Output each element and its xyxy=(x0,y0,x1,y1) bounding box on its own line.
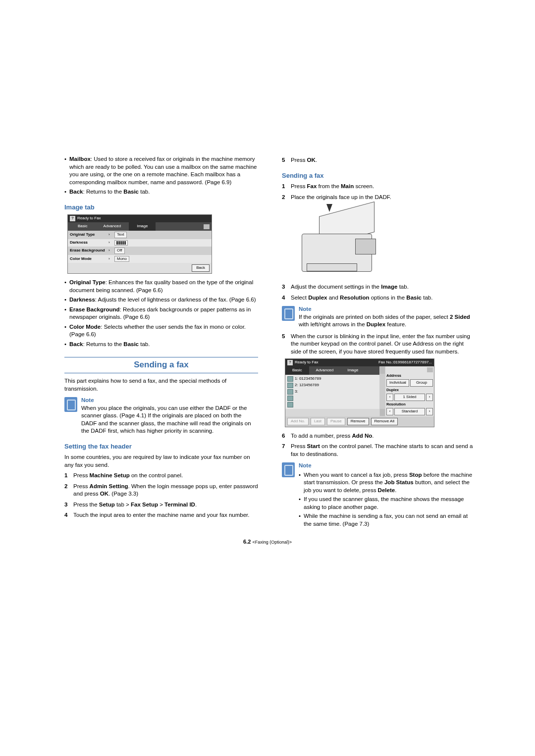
entry-icon xyxy=(287,376,293,382)
bullet-darkness: Darkness: Adjusts the level of lightness… xyxy=(64,296,258,304)
step-2: 2Press Admin Setting. When the login mes… xyxy=(64,483,258,498)
bullet-back: Back: Returns to the Basic tab. xyxy=(64,188,258,196)
entry-icon xyxy=(287,389,293,395)
printer-illustration xyxy=(292,204,381,278)
note-body: Note When you want to cancel a fax job, … xyxy=(299,462,476,529)
row-color-mode: Color Mode › Mono xyxy=(68,255,212,263)
note-title: Note xyxy=(299,462,476,470)
arrow-down-icon xyxy=(326,204,332,212)
help-icon[interactable]: ? xyxy=(287,360,293,365)
ui-footer: Back xyxy=(68,263,212,273)
text2: tab. xyxy=(139,189,150,195)
note-block-1: Note If the originals are printed on bot… xyxy=(282,305,476,329)
chevron-right-icon: › xyxy=(108,240,112,246)
tab-advanced[interactable]: Advanced xyxy=(309,366,341,375)
ui-tabs: Basic Advanced Image xyxy=(285,366,379,375)
step-1: 1Press Machine Setup on the control pane… xyxy=(64,472,258,480)
list-item[interactable]: 1: 0123456789 xyxy=(286,376,378,382)
tab-advanced[interactable]: Advanced xyxy=(96,222,129,231)
remove-button[interactable]: Remove xyxy=(347,418,369,425)
tab-basic[interactable]: Basic xyxy=(285,366,309,375)
sending-step-5: 5When the cursor is blinking in the inpu… xyxy=(282,333,476,356)
note-bullet: If you used the scanner glass, the machi… xyxy=(299,496,476,511)
page-footer: 6.2 <Faxing (Optional)> xyxy=(0,538,535,546)
res-left-arrow[interactable]: ‹ xyxy=(386,408,393,415)
bullet-back: Back: Returns to the Basic tab. xyxy=(64,341,258,349)
ui-titlebar: ? Ready to Fax xyxy=(68,215,212,222)
note-icon xyxy=(282,306,295,321)
step-7: 7Press Start on the control panel. The m… xyxy=(282,443,476,458)
help-icon[interactable]: ? xyxy=(70,216,75,221)
duplex-left-arrow[interactable]: ‹ xyxy=(386,394,393,401)
note-icon xyxy=(64,397,77,412)
pause-button[interactable]: Pause xyxy=(327,418,345,425)
ui-titlebar: ? Ready to Fax Fax No.:0199861877277897.… xyxy=(285,359,434,366)
note-text: When you place the originals, you can us… xyxy=(81,404,258,435)
label: Erase Background xyxy=(70,248,107,253)
label-address: Address xyxy=(386,373,433,378)
note-block-2: Note When you want to cancel a fax job, … xyxy=(282,462,476,529)
ui-title: Ready to Fax xyxy=(77,216,101,221)
text: : Returns to the xyxy=(83,189,124,195)
text: : Used to store a received fax or origin… xyxy=(69,156,257,185)
tab-image[interactable]: Image xyxy=(340,366,365,375)
ui-tabs: Basic Advanced Image xyxy=(68,222,212,231)
entry-icon xyxy=(287,396,293,401)
duplex-right-arrow[interactable]: › xyxy=(426,394,433,401)
tab-basic[interactable]: Basic xyxy=(70,222,96,231)
value[interactable]: Off xyxy=(114,248,125,254)
darkness-scale[interactable] xyxy=(114,240,128,246)
scroll-up-icon[interactable] xyxy=(380,367,385,374)
options-panel: Address Individual Group Duplex ‹ 1 Side… xyxy=(385,366,434,416)
last-button[interactable]: Last xyxy=(311,418,325,425)
term2: Basic xyxy=(123,189,139,195)
resolution-value: Standard xyxy=(394,408,425,415)
list-item[interactable] xyxy=(286,395,378,402)
group-button[interactable]: Group xyxy=(410,379,433,387)
note-bullets: When you want to cancel a fax job, press… xyxy=(299,471,476,528)
bullet-mailbox: Mailbox: Used to store a received fax or… xyxy=(64,155,258,186)
step-1: 1Press Fax from the Main screen. xyxy=(282,183,476,191)
value[interactable]: Text xyxy=(114,232,127,238)
ui-rows: Original Type › Text Darkness › Erase Ba… xyxy=(68,231,212,263)
bullet-erase-bg: Erase Background: Reduces dark backgroun… xyxy=(64,306,258,321)
list-item[interactable]: 3: xyxy=(286,389,378,395)
back-button[interactable]: Back xyxy=(192,264,210,272)
list-item[interactable]: 2: 123456789 xyxy=(286,382,378,389)
section-sending-a-fax: Sending a fax xyxy=(64,357,258,373)
list-item[interactable] xyxy=(286,402,378,408)
step-6: 6To add a number, press Add No. xyxy=(282,432,476,440)
label: Darkness xyxy=(70,240,107,246)
ui-footer: Add No. Last Pause Remove Remove All xyxy=(285,416,434,427)
label: Original Type xyxy=(70,232,107,238)
image-tab-bullets: Original Type: Enhances the fax quality … xyxy=(64,279,258,348)
setting-fax-header-heading: Setting the fax header xyxy=(64,442,258,451)
individual-button[interactable]: Individual xyxy=(386,379,409,387)
addno-button[interactable]: Add No. xyxy=(287,418,309,425)
home-icon[interactable] xyxy=(204,224,210,229)
value[interactable]: Mono xyxy=(114,256,129,262)
res-right-arrow[interactable]: › xyxy=(426,408,433,415)
row-original-type: Original Type › Text xyxy=(68,231,212,239)
continuation-step-5: 5Press OK. xyxy=(282,156,476,164)
sending-steps-6-7: 6To add a number, press Add No. 7Press S… xyxy=(282,432,476,458)
scrollbar[interactable] xyxy=(379,366,385,416)
section-intro: This part explains how to send a fax, an… xyxy=(64,377,258,393)
label: Color Mode xyxy=(70,256,107,262)
step-3: 3Press the Setup tab > Fax Setup > Termi… xyxy=(64,501,258,509)
ui-title: Ready to Fax xyxy=(295,360,319,365)
note-title: Note xyxy=(81,397,258,404)
note-bullet: While the machine is sending a fax, you … xyxy=(299,512,476,528)
note-body: Note When you place the originals, you c… xyxy=(81,397,258,435)
removeall-button[interactable]: Remove All xyxy=(371,418,398,425)
bullet-original-type: Original Type: Enhances the fax quality … xyxy=(64,279,258,294)
step-2: 2Place the originals face up in the DADF… xyxy=(282,194,476,202)
scroll-down-icon[interactable] xyxy=(380,409,385,416)
page: Mailbox: Used to store a received fax or… xyxy=(0,0,535,756)
tab-image[interactable]: Image xyxy=(129,222,156,231)
home-icon[interactable] xyxy=(427,367,433,372)
step-3: 3Adjust the document settings in the Ima… xyxy=(282,283,476,291)
note-text: If the originals are printed on both sid… xyxy=(299,313,476,329)
setting-fax-header-intro: In some countries, you are required by l… xyxy=(64,454,258,469)
entry-icon xyxy=(287,402,293,407)
